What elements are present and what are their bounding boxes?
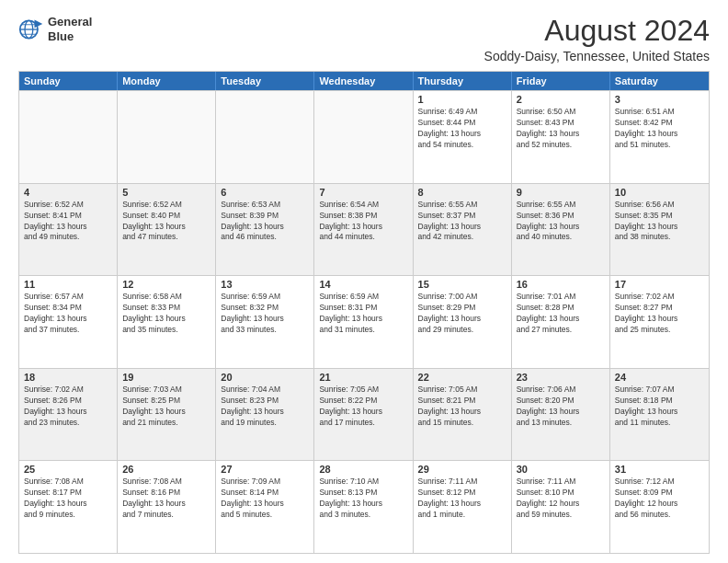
table-row: 6Sunrise: 6:53 AM Sunset: 8:39 PM Daylig… [216,184,314,276]
table-row: 29Sunrise: 7:11 AM Sunset: 8:12 PM Dayli… [414,461,512,553]
header-sunday: Sunday [19,72,118,90]
table-row: 4Sunrise: 6:52 AM Sunset: 8:41 PM Daylig… [19,184,118,276]
cell-text: Sunrise: 7:01 AM Sunset: 8:28 PM Dayligh… [517,292,605,336]
day-number: 22 [418,372,506,383]
day-number: 11 [24,279,112,290]
day-number: 4 [24,187,112,198]
svg-marker-6 [35,19,43,28]
cell-text: Sunrise: 7:12 AM Sunset: 8:09 PM Dayligh… [615,477,704,521]
table-row: 1Sunrise: 6:49 AM Sunset: 8:44 PM Daylig… [414,91,512,183]
cell-text: Sunrise: 6:49 AM Sunset: 8:44 PM Dayligh… [418,107,506,151]
table-row: 7Sunrise: 6:54 AM Sunset: 8:38 PM Daylig… [314,184,413,276]
table-row: 13Sunrise: 6:59 AM Sunset: 8:32 PM Dayli… [216,276,314,368]
cell-text: Sunrise: 6:56 AM Sunset: 8:35 PM Dayligh… [615,200,704,244]
table-row: 22Sunrise: 7:05 AM Sunset: 8:21 PM Dayli… [414,369,512,461]
cell-text: Sunrise: 7:06 AM Sunset: 8:20 PM Dayligh… [517,385,605,429]
table-row: 10Sunrise: 6:56 AM Sunset: 8:35 PM Dayli… [610,184,709,276]
cell-text: Sunrise: 7:02 AM Sunset: 8:27 PM Dayligh… [615,292,704,336]
header-monday: Monday [118,72,216,90]
cell-text: Sunrise: 7:05 AM Sunset: 8:21 PM Dayligh… [418,385,506,429]
day-number: 8 [418,187,506,198]
cell-text: Sunrise: 6:55 AM Sunset: 8:37 PM Dayligh… [418,200,506,244]
page: General Blue August 2024 Soddy-Daisy, Te… [0,0,728,563]
table-row [118,91,216,183]
day-number: 25 [24,464,112,475]
day-number: 5 [122,187,210,198]
subtitle: Soddy-Daisy, Tennessee, United States [484,49,710,63]
table-row: 28Sunrise: 7:10 AM Sunset: 8:13 PM Dayli… [314,461,413,553]
table-row: 26Sunrise: 7:08 AM Sunset: 8:16 PM Dayli… [118,461,216,553]
table-row: 17Sunrise: 7:02 AM Sunset: 8:27 PM Dayli… [610,276,709,368]
header-thursday: Thursday [414,72,512,90]
table-row [216,91,314,183]
header-friday: Friday [512,72,610,90]
table-row: 18Sunrise: 7:02 AM Sunset: 8:26 PM Dayli… [19,369,118,461]
logo-text: General Blue [48,15,92,43]
calendar-header: Sunday Monday Tuesday Wednesday Thursday… [19,72,709,90]
title-block: August 2024 Soddy-Daisy, Tennessee, Unit… [484,15,710,63]
calendar-row-3: 11Sunrise: 6:57 AM Sunset: 8:34 PM Dayli… [19,275,709,368]
day-number: 1 [418,94,506,105]
cell-text: Sunrise: 6:52 AM Sunset: 8:40 PM Dayligh… [122,200,210,244]
day-number: 3 [615,94,704,105]
cell-text: Sunrise: 6:52 AM Sunset: 8:41 PM Dayligh… [24,200,112,244]
cell-text: Sunrise: 7:11 AM Sunset: 8:10 PM Dayligh… [517,477,605,521]
main-title: August 2024 [484,15,710,47]
day-number: 19 [122,372,210,383]
cell-text: Sunrise: 7:08 AM Sunset: 8:16 PM Dayligh… [122,477,210,521]
day-number: 24 [615,372,704,383]
cell-text: Sunrise: 6:54 AM Sunset: 8:38 PM Dayligh… [319,200,407,244]
cell-text: Sunrise: 7:02 AM Sunset: 8:26 PM Dayligh… [24,385,112,429]
day-number: 23 [517,372,605,383]
table-row: 15Sunrise: 7:00 AM Sunset: 8:29 PM Dayli… [414,276,512,368]
table-row [19,91,118,183]
cell-text: Sunrise: 6:51 AM Sunset: 8:42 PM Dayligh… [615,107,704,151]
table-row: 9Sunrise: 6:55 AM Sunset: 8:36 PM Daylig… [512,184,610,276]
table-row: 21Sunrise: 7:05 AM Sunset: 8:22 PM Dayli… [314,369,413,461]
cell-text: Sunrise: 6:55 AM Sunset: 8:36 PM Dayligh… [517,200,605,244]
day-number: 30 [517,464,605,475]
day-number: 20 [221,372,309,383]
cell-text: Sunrise: 7:04 AM Sunset: 8:23 PM Dayligh… [221,385,309,429]
day-number: 28 [319,464,407,475]
table-row [314,91,413,183]
table-row: 5Sunrise: 6:52 AM Sunset: 8:40 PM Daylig… [118,184,216,276]
cell-text: Sunrise: 7:08 AM Sunset: 8:17 PM Dayligh… [24,477,112,521]
cell-text: Sunrise: 6:57 AM Sunset: 8:34 PM Dayligh… [24,292,112,336]
cell-text: Sunrise: 7:00 AM Sunset: 8:29 PM Dayligh… [418,292,506,336]
day-number: 18 [24,372,112,383]
table-row: 19Sunrise: 7:03 AM Sunset: 8:25 PM Dayli… [118,369,216,461]
cell-text: Sunrise: 7:09 AM Sunset: 8:14 PM Dayligh… [221,477,309,521]
cell-text: Sunrise: 7:05 AM Sunset: 8:22 PM Dayligh… [319,385,407,429]
table-row: 25Sunrise: 7:08 AM Sunset: 8:17 PM Dayli… [19,461,118,553]
header-saturday: Saturday [610,72,709,90]
cell-text: Sunrise: 6:59 AM Sunset: 8:31 PM Dayligh… [319,292,407,336]
cell-text: Sunrise: 6:50 AM Sunset: 8:43 PM Dayligh… [517,107,605,151]
day-number: 10 [615,187,704,198]
table-row: 2Sunrise: 6:50 AM Sunset: 8:43 PM Daylig… [512,91,610,183]
table-row: 24Sunrise: 7:07 AM Sunset: 8:18 PM Dayli… [610,369,709,461]
header: General Blue August 2024 Soddy-Daisy, Te… [18,15,710,63]
day-number: 17 [615,279,704,290]
table-row: 11Sunrise: 6:57 AM Sunset: 8:34 PM Dayli… [19,276,118,368]
day-number: 13 [221,279,309,290]
calendar-row-4: 18Sunrise: 7:02 AM Sunset: 8:26 PM Dayli… [19,368,709,461]
header-wednesday: Wednesday [314,72,413,90]
table-row: 16Sunrise: 7:01 AM Sunset: 8:28 PM Dayli… [512,276,610,368]
calendar-row-1: 1Sunrise: 6:49 AM Sunset: 8:44 PM Daylig… [19,90,709,183]
cell-text: Sunrise: 7:11 AM Sunset: 8:12 PM Dayligh… [418,477,506,521]
table-row: 14Sunrise: 6:59 AM Sunset: 8:31 PM Dayli… [314,276,413,368]
day-number: 12 [122,279,210,290]
header-tuesday: Tuesday [216,72,314,90]
table-row: 20Sunrise: 7:04 AM Sunset: 8:23 PM Dayli… [216,369,314,461]
cell-text: Sunrise: 6:58 AM Sunset: 8:33 PM Dayligh… [122,292,210,336]
table-row: 30Sunrise: 7:11 AM Sunset: 8:10 PM Dayli… [512,461,610,553]
day-number: 26 [122,464,210,475]
day-number: 27 [221,464,309,475]
day-number: 14 [319,279,407,290]
day-number: 9 [517,187,605,198]
table-row: 8Sunrise: 6:55 AM Sunset: 8:37 PM Daylig… [414,184,512,276]
cell-text: Sunrise: 7:10 AM Sunset: 8:13 PM Dayligh… [319,477,407,521]
logo-icon [18,17,44,42]
day-number: 21 [319,372,407,383]
